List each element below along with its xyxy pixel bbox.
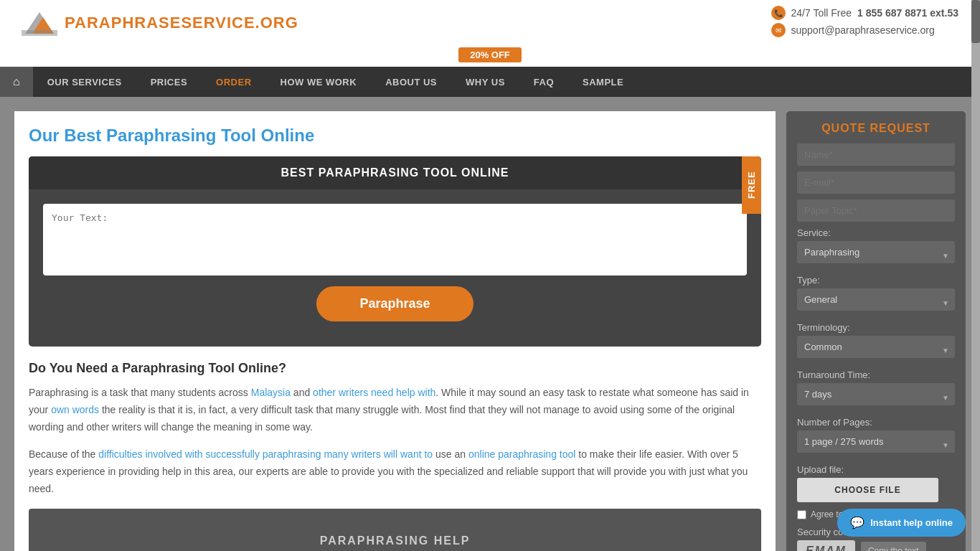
email-row: ✉ support@paraphraseservice.org [771,23,958,37]
paraphrase-button[interactable]: Paraphrase [316,286,473,321]
upload-label: Upload file: [797,464,955,475]
logo-text: PARAPHRASESERVICE.ORG [65,14,298,32]
nav-why-us[interactable]: WHY US [451,68,519,96]
service-select[interactable]: Paraphrasing [797,241,955,263]
terminology-label: Terminology: [797,322,955,333]
agree-checkbox[interactable] [797,510,806,519]
quote-title: QUOTE REQUEST [797,122,955,135]
name-input[interactable] [797,143,955,166]
live-chat-button[interactable]: 💬 Instant help online [837,509,966,537]
section1-text1: Paraphrasing is a task that many student… [29,385,761,435]
service-select-wrapper: Paraphrasing [797,241,955,269]
turnaround-label: Turnaround Time: [797,369,955,380]
copy-text-button[interactable]: Copy the text [861,542,926,551]
pages-label: Number of Pages: [797,417,955,428]
nav-sample[interactable]: SAMPLE [568,68,638,96]
service-label: Service: [797,227,955,238]
main-layout: Our Best Paraphrasing Tool Online BEST P… [0,97,980,551]
other-writers-link[interactable]: other writers need help with [313,387,435,398]
security-row: EMAM Copy the text [797,540,955,551]
page-title: Our Best Paraphrasing Tool Online [29,126,761,146]
logo: PARAPHRASESERVICE.ORG [22,9,298,37]
sidebar: QUOTE REQUEST Service: Paraphrasing Type… [786,111,966,551]
scrollbar-track[interactable] [971,0,980,551]
terminology-select-wrapper: Common [797,336,955,364]
section1-text2: Because of the difficulties involved wit… [29,446,761,497]
upload-icon: ⬇ [944,482,955,498]
nav-order[interactable]: ORDER [202,68,265,96]
malaysia-link[interactable]: Malaysia [251,387,291,398]
top-bar: PARAPHRASESERVICE.ORG 📞 24/7 Toll Free 1… [0,0,980,46]
tool-header: BEST PARAPHRASING TOOL ONLINE FREE [29,156,761,189]
svg-rect-2 [22,30,57,36]
scrollbar-thumb[interactable] [971,0,980,43]
nav-how-we-work[interactable]: HOW WE WORK [266,68,372,96]
logo-icon [22,9,57,37]
turnaround-select-wrapper: 7 days [797,383,955,411]
online-tool-link[interactable]: online paraphrasing tool [468,448,575,460]
captcha-image: EMAM [797,540,855,551]
bottom-image: PARAPHRASING HELP [29,509,761,551]
topic-input[interactable] [797,199,955,222]
type-select-wrapper: General [797,288,955,316]
nav-about-us[interactable]: ABOUT US [371,68,451,96]
discount-bar: 20% OFF [0,46,980,67]
difficulties-link[interactable]: difficulties involved with successfully … [98,448,433,460]
free-badge: FREE [742,156,761,214]
home-nav-item[interactable]: ⌂ [0,67,33,97]
phone-icon: 📞 [771,6,786,20]
tool-body: Paraphrase [29,189,761,347]
terminology-select[interactable]: Common [797,336,955,358]
quote-box: QUOTE REQUEST Service: Paraphrasing Type… [786,111,966,551]
chat-icon: 💬 [850,516,864,529]
upload-row: CHOOSE FILE ⬇ [797,478,955,502]
tool-box: BEST PARAPHRASING TOOL ONLINE FREE Parap… [29,156,761,347]
phone-row: 📞 24/7 Toll Free 1 855 687 8871 ext.53 [771,6,958,20]
contact-info: 📞 24/7 Toll Free 1 855 687 8871 ext.53 ✉… [771,6,958,40]
turnaround-select[interactable]: 7 days [797,383,955,405]
nav-our-services[interactable]: OUR SERVICES [33,68,136,96]
pages-select-wrapper: 1 page / 275 words [797,430,955,458]
content-area: Our Best Paraphrasing Tool Online BEST P… [14,111,776,551]
nav-faq[interactable]: FAQ [519,68,568,96]
discount-badge: 20% OFF [458,47,522,62]
choose-file-button[interactable]: CHOOSE FILE [797,478,938,502]
section1-title: Do You Need a Paraphrasing Tool Online? [29,361,761,376]
type-select[interactable]: General [797,288,955,311]
email-icon: ✉ [771,23,786,37]
email-input[interactable] [797,171,955,194]
type-label: Type: [797,275,955,286]
own-words-link[interactable]: own words [51,404,99,415]
navbar: ⌂ OUR SERVICES PRICES ORDER HOW WE WORK … [0,67,980,97]
pages-select[interactable]: 1 page / 275 words [797,430,955,453]
nav-prices[interactable]: PRICES [136,68,202,96]
text-input[interactable] [43,204,747,276]
